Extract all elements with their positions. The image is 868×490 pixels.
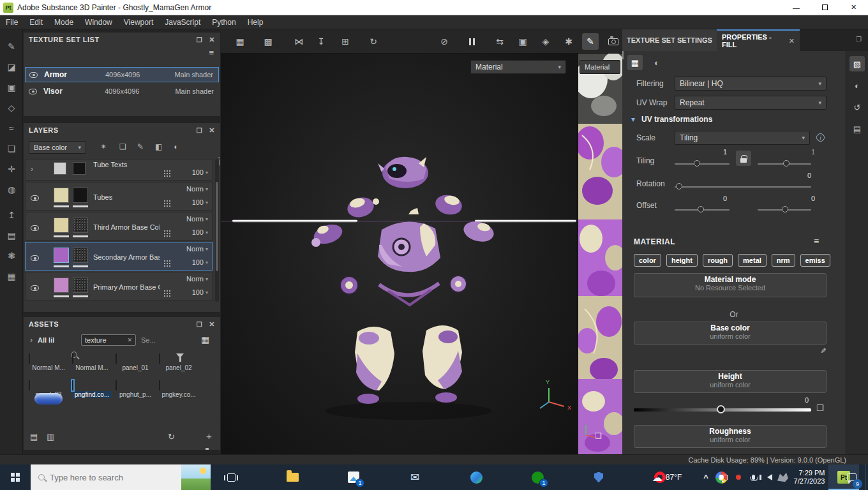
geometry-mask-icon[interactable]: ▣: [514, 33, 531, 50]
history-icon[interactable]: ↺: [849, 100, 865, 115]
pause-engine-icon[interactable]: [463, 33, 480, 50]
menu-help[interactable]: Help: [242, 15, 269, 29]
asset-thumbnail[interactable]: [72, 353, 73, 364]
layer-opacity[interactable]: 100▾: [192, 228, 208, 236]
search-input[interactable]: texture: [85, 336, 107, 344]
layer-visibility-icon[interactable]: [31, 195, 39, 201]
tool-smudge-icon[interactable]: ≈: [3, 120, 20, 137]
height-button[interactable]: Height uniform color: [634, 370, 827, 393]
shelf-icon[interactable]: ▦: [3, 268, 20, 285]
uv-transformations-header[interactable]: UV transformations: [641, 115, 712, 124]
asset-item[interactable]: Normal M...: [29, 354, 68, 371]
asset-item[interactable]: pngkey.co...: [159, 381, 198, 398]
rotation-slider[interactable]: [675, 186, 811, 188]
detail-view-icon[interactable]: ▥: [47, 432, 54, 442]
add-smart-mask-icon[interactable]: ◖: [173, 142, 177, 151]
material-ball-tab-icon[interactable]: ◐: [649, 55, 664, 70]
undock-icon[interactable]: ❐: [197, 321, 202, 328]
mail-app-button[interactable]: ✉: [400, 464, 430, 490]
layer-opacity[interactable]: 100▾: [192, 168, 208, 176]
menu-javascript[interactable]: JavaScript: [159, 15, 206, 29]
material-menu-icon[interactable]: ≡: [814, 236, 819, 246]
layer-blend-mode[interactable]: Norm▾: [186, 275, 208, 283]
refresh-icon[interactable]: ↻: [168, 432, 175, 442]
layer-row[interactable]: › Tube Texts 100▾: [25, 159, 213, 181]
search-input[interactable]: [50, 473, 168, 482]
texture-set-row-armor[interactable]: Armor 4096x4096 Main shader: [25, 67, 219, 82]
tiling-value-x[interactable]: 1: [723, 148, 727, 156]
clear-search-icon[interactable]: ✕: [127, 337, 132, 343]
tray-expand-button[interactable]: ^: [700, 464, 712, 490]
slider-knob[interactable]: [676, 183, 682, 189]
photos-app-button[interactable]: 1: [338, 464, 369, 490]
asset-item[interactable]: Normal M...: [72, 354, 112, 371]
asset-thumbnail[interactable]: [116, 380, 117, 390]
search-filter-chip[interactable]: texture ✕: [81, 334, 136, 346]
tray-recording-button[interactable]: [733, 464, 744, 490]
texture-set-settings-icon[interactable]: ≡: [209, 48, 214, 57]
file-explorer-button[interactable]: [277, 464, 308, 490]
eyedropper-icon[interactable]: ✎: [819, 348, 827, 353]
panel-menu-icon[interactable]: ❐: [856, 36, 862, 43]
layer-mask-thumbnail[interactable]: [73, 248, 88, 263]
tool-quick-mask-icon[interactable]: ◍: [3, 181, 20, 198]
slider-knob[interactable]: [717, 405, 725, 413]
asset-thumbnail[interactable]: [116, 353, 117, 364]
maximize-button[interactable]: [811, 0, 839, 15]
drop-to-floor-icon[interactable]: ↧: [313, 33, 329, 50]
display-icon[interactable]: ▤: [3, 227, 20, 244]
hide-mesh-icon[interactable]: ⊘: [436, 33, 453, 50]
mask-link-icon[interactable]: [163, 260, 171, 267]
shader-3d-dropdown[interactable]: Material▾: [470, 60, 566, 74]
clock[interactable]: 7:29 PM 7/27/2023: [784, 464, 835, 490]
mask-link-icon[interactable]: [163, 230, 171, 237]
height-value[interactable]: 0: [805, 396, 809, 404]
tool-projection-icon[interactable]: ▣: [3, 79, 20, 96]
layer-content-thumbnail[interactable]: [54, 162, 66, 175]
undock-icon[interactable]: ❐: [197, 36, 202, 43]
layer-row[interactable]: Third Armor Base Color Norm▾ 100▾: [25, 212, 213, 241]
layer-opacity[interactable]: 100▾: [192, 258, 208, 266]
tray-mic-button[interactable]: [747, 464, 760, 490]
particles-icon[interactable]: ✱: [560, 33, 577, 50]
asset-item-selected[interactable]: pngfind.co...: [72, 381, 112, 398]
shader-settings-icon[interactable]: ◐: [849, 78, 865, 93]
undock-icon[interactable]: ❐: [197, 127, 202, 134]
offset-value-x[interactable]: 0: [723, 195, 727, 202]
layer-content-thumbnail[interactable]: [54, 278, 69, 293]
layer-opacity[interactable]: 100▾: [192, 288, 208, 296]
tiling-slider-y[interactable]: [758, 163, 811, 165]
asset-thumbnail[interactable]: [159, 353, 160, 364]
channel-height-button[interactable]: height: [666, 254, 698, 267]
viewport-3d[interactable]: Y X Material▾: [221, 54, 576, 454]
texture-set-visibility-icon[interactable]: [29, 89, 37, 94]
menu-mode[interactable]: Mode: [49, 15, 79, 29]
asset-thumbnail[interactable]: [29, 353, 30, 364]
tool-paint-icon[interactable]: ✎: [3, 38, 20, 55]
swap-view-icon[interactable]: ⇆: [491, 33, 508, 50]
layer-mask-thumbnail[interactable]: [73, 278, 88, 293]
channel-nrm-button[interactable]: nrm: [772, 254, 795, 267]
tab-properties-fill[interactable]: PROPERTIES - FILL ✕: [717, 29, 800, 51]
base-color-button[interactable]: Base color uniform color: [634, 322, 827, 345]
channel-filter-dropdown[interactable]: Base color▾: [29, 141, 86, 154]
channel-metal-button[interactable]: metal: [738, 254, 767, 267]
texture-set-row-visor[interactable]: Visor 4096x4096 Main shader: [25, 84, 219, 99]
mask-link-icon[interactable]: [163, 200, 171, 207]
slider-knob[interactable]: [698, 206, 704, 212]
start-button[interactable]: [0, 464, 31, 490]
fill-settings-tab-icon[interactable]: ▦: [627, 55, 643, 70]
symmetry-icon[interactable]: ⋈: [290, 33, 307, 50]
base-color-swatch[interactable]: [622, 51, 624, 59]
scope-chevron-icon[interactable]: ›: [30, 336, 33, 345]
paint-tool-icon[interactable]: ✎: [582, 33, 599, 50]
section-chevron-icon[interactable]: ▾: [631, 115, 635, 124]
mask-link-icon[interactable]: [163, 170, 171, 177]
minimize-button[interactable]: —: [782, 0, 811, 15]
channel-color-button[interactable]: color: [634, 254, 661, 267]
tool-material-picker-icon[interactable]: ✛: [3, 161, 20, 177]
offset-slider-y[interactable]: [758, 209, 811, 211]
action-center-button[interactable]: 9: [839, 464, 864, 490]
slider-knob[interactable]: [783, 160, 789, 167]
roughness-button[interactable]: Roughness uniform color: [634, 425, 827, 448]
